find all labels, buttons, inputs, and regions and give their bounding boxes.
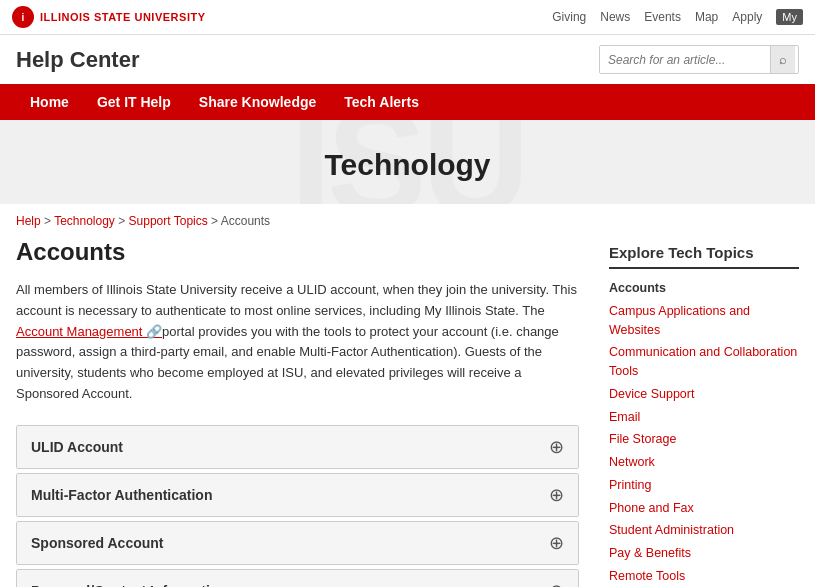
sidebar-item-remote-tools: Remote Tools bbox=[609, 567, 799, 586]
sidebar-link-pay-benefits[interactable]: Pay & Benefits bbox=[609, 546, 691, 560]
main-nav: Home Get IT Help Share Knowledge Tech Al… bbox=[0, 84, 815, 120]
top-bar-links: Giving News Events Map Apply My bbox=[552, 9, 803, 25]
sidebar-link-network[interactable]: Network bbox=[609, 455, 655, 469]
account-management-link[interactable]: Account Management 🔗 bbox=[16, 324, 162, 339]
news-link[interactable]: News bbox=[600, 10, 630, 24]
breadcrumb-technology[interactable]: Technology bbox=[54, 214, 115, 228]
search-button[interactable]: ⌕ bbox=[770, 46, 795, 73]
accordion-mfa-header[interactable]: Multi-Factor Authentication ⊕ bbox=[17, 474, 578, 516]
breadcrumb-help[interactable]: Help bbox=[16, 214, 41, 228]
breadcrumb-support-topics[interactable]: Support Topics bbox=[129, 214, 208, 228]
sidebar-link-phone-fax[interactable]: Phone and Fax bbox=[609, 501, 694, 515]
nav-share-knowledge[interactable]: Share Knowledge bbox=[185, 84, 330, 120]
sidebar-item-student-admin: Student Administration bbox=[609, 521, 799, 540]
logo-icon: i bbox=[12, 6, 34, 28]
main-layout: Accounts All members of Illinois State U… bbox=[0, 238, 815, 587]
accordion-ulid: ULID Account ⊕ bbox=[16, 425, 579, 469]
hero-title: Technology bbox=[0, 148, 815, 182]
sidebar-item-accounts: Accounts bbox=[609, 279, 799, 298]
isu-logo: i Illinois State University bbox=[12, 6, 206, 28]
accordion-ulid-title: ULID Account bbox=[31, 439, 123, 455]
sidebar-item-printing: Printing bbox=[609, 476, 799, 495]
sidebar-item-file-storage: File Storage bbox=[609, 430, 799, 449]
content-area: Accounts All members of Illinois State U… bbox=[16, 238, 579, 587]
nav-home[interactable]: Home bbox=[16, 84, 83, 120]
search-input[interactable] bbox=[600, 47, 770, 73]
accordion-personal: Personal/Contact Information ⊕ bbox=[16, 569, 579, 587]
sidebar-link-device-support[interactable]: Device Support bbox=[609, 387, 694, 401]
accordion-ulid-header[interactable]: ULID Account ⊕ bbox=[17, 426, 578, 468]
sidebar-link-email[interactable]: Email bbox=[609, 410, 640, 424]
accordion-sponsored-header[interactable]: Sponsored Account ⊕ bbox=[17, 522, 578, 564]
content-description: All members of Illinois State University… bbox=[16, 280, 579, 405]
accordion-mfa-title: Multi-Factor Authentication bbox=[31, 487, 212, 503]
accordion-personal-title: Personal/Contact Information bbox=[31, 583, 227, 587]
apply-link[interactable]: Apply bbox=[732, 10, 762, 24]
accordion-personal-header[interactable]: Personal/Contact Information ⊕ bbox=[17, 570, 578, 587]
hero-banner: ISU Technology bbox=[0, 120, 815, 204]
sidebar-item-communication: Communication and Collaboration Tools bbox=[609, 343, 799, 381]
site-header: Help Center ⌕ bbox=[0, 35, 815, 84]
sidebar-link-remote-tools[interactable]: Remote Tools bbox=[609, 569, 685, 583]
sidebar-item-pay-benefits: Pay & Benefits bbox=[609, 544, 799, 563]
giving-link[interactable]: Giving bbox=[552, 10, 586, 24]
sidebar-link-file-storage[interactable]: File Storage bbox=[609, 432, 676, 446]
sidebar-links: Accounts Campus Applications and Website… bbox=[609, 279, 799, 587]
my-button[interactable]: My bbox=[776, 9, 803, 25]
sidebar-link-campus-apps[interactable]: Campus Applications and Websites bbox=[609, 304, 750, 337]
sidebar-item-network: Network bbox=[609, 453, 799, 472]
sidebar-item-campus-apps: Campus Applications and Websites bbox=[609, 302, 799, 340]
sidebar-link-student-admin[interactable]: Student Administration bbox=[609, 523, 734, 537]
accordion-sponsored: Sponsored Account ⊕ bbox=[16, 521, 579, 565]
nav-get-it-help[interactable]: Get IT Help bbox=[83, 84, 185, 120]
accordion-mfa: Multi-Factor Authentication ⊕ bbox=[16, 473, 579, 517]
map-link[interactable]: Map bbox=[695, 10, 718, 24]
sidebar-item-email: Email bbox=[609, 408, 799, 427]
accordion-ulid-icon: ⊕ bbox=[549, 438, 564, 456]
breadcrumb: Help > Technology > Support Topics > Acc… bbox=[0, 204, 815, 238]
accordion-personal-icon: ⊕ bbox=[549, 582, 564, 587]
sidebar-link-accounts[interactable]: Accounts bbox=[609, 281, 666, 295]
accordion-mfa-icon: ⊕ bbox=[549, 486, 564, 504]
university-name: Illinois State University bbox=[40, 11, 206, 23]
sidebar-item-device-support: Device Support bbox=[609, 385, 799, 404]
site-title: Help Center bbox=[16, 47, 139, 73]
page-heading: Accounts bbox=[16, 238, 579, 266]
accordion-sponsored-title: Sponsored Account bbox=[31, 535, 164, 551]
sidebar-link-communication[interactable]: Communication and Collaboration Tools bbox=[609, 345, 797, 378]
nav-tech-alerts[interactable]: Tech Alerts bbox=[330, 84, 433, 120]
sidebar-link-printing[interactable]: Printing bbox=[609, 478, 651, 492]
search-box: ⌕ bbox=[599, 45, 799, 74]
top-bar: i Illinois State University Giving News … bbox=[0, 0, 815, 35]
sidebar-heading: Explore Tech Topics bbox=[609, 244, 799, 269]
sidebar: Explore Tech Topics Accounts Campus Appl… bbox=[609, 238, 799, 587]
events-link[interactable]: Events bbox=[644, 10, 681, 24]
sidebar-item-phone-fax: Phone and Fax bbox=[609, 499, 799, 518]
accordion-sponsored-icon: ⊕ bbox=[549, 534, 564, 552]
